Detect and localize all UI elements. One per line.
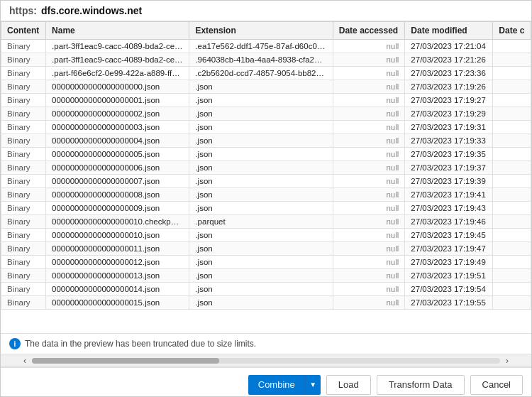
table-row: Binary00000000000000000003.json.jsonnull… [1,121,531,134]
col-header-extension: Extension [189,22,333,40]
table-header-row: Content Name Extension Date accessed Dat… [1,22,531,40]
table-cell: 00000000000000000006.json [46,161,189,175]
table-cell [493,283,531,296]
url-host: dfs.core.windows.net [41,5,142,16]
col-header-content: Content [1,22,46,40]
table-cell: Binary [1,175,46,188]
table-cell: .json [189,134,333,148]
horizontal-scrollbar[interactable]: ‹ › [1,354,531,367]
table-cell: null [333,202,405,215]
table-cell: null [333,80,405,94]
table-row: Binary00000000000000000011.json.jsonnull… [1,242,531,256]
table-cell: 00000000000000000014.json [46,283,189,296]
table-cell: 00000000000000000004.json [46,134,189,148]
scroll-left-arrow[interactable]: ‹ [18,355,32,366]
table-cell: null [333,296,405,310]
table-cell [493,94,531,107]
table-cell: 00000000000000000000.json [46,80,189,94]
table-cell [493,67,531,80]
table-cell: Binary [1,80,46,94]
table-cell: .json [189,242,333,256]
table-cell [493,107,531,121]
table-cell: Binary [1,202,46,215]
table-cell: Binary [1,229,46,242]
table-row: Binary00000000000000000007.json.jsonnull… [1,175,531,188]
load-button[interactable]: Load [326,375,371,395]
table-cell [493,242,531,256]
table-cell: 27/03/2023 17:19:26 [405,80,493,94]
table-cell [493,53,531,67]
table-cell: null [333,242,405,256]
table-cell: 00000000000000000001.json [46,94,189,107]
table-cell: .json [189,121,333,134]
table-cell [493,161,531,175]
table-cell [493,229,531,242]
table-cell [493,202,531,215]
table-cell: 27/03/2023 17:19:35 [405,148,493,161]
table-cell: Binary [1,283,46,296]
table-cell: 00000000000000000005.json [46,148,189,161]
table-row: Binary00000000000000000002.json.jsonnull… [1,107,531,121]
data-table: Content Name Extension Date accessed Dat… [1,21,531,310]
transform-data-button[interactable]: Transform Data [377,375,465,395]
table-cell: Binary [1,256,46,269]
table-row: Binary00000000000000000015.json.jsonnull… [1,296,531,310]
table-cell: Binary [1,53,46,67]
table-cell: 27/03/2023 17:19:49 [405,256,493,269]
table-cell: Binary [1,107,46,121]
table-cell: Binary [1,269,46,283]
combine-dropdown-arrow[interactable]: ▼ [305,375,321,395]
table-cell: .part-f66e6cf2-0e99-422a-a889-ffefaacaf5… [46,67,189,80]
scroll-thumb[interactable] [32,358,219,364]
table-cell: .parquet [189,215,333,229]
table-cell: .json [189,256,333,269]
table-cell: Binary [1,161,46,175]
footer: Combine ▼ Load Transform Data Cancel [1,367,531,397]
table-cell: 27/03/2023 17:19:55 [405,296,493,310]
table-row: Binary00000000000000000010.json.jsonnull… [1,229,531,242]
col-header-name: Name [46,22,189,40]
combine-button-group: Combine ▼ [248,375,321,395]
table-cell: 27/03/2023 17:23:36 [405,67,493,80]
table-cell: .json [189,148,333,161]
table-cell: Binary [1,296,46,310]
table-cell: .964038cb-41ba-4aa4-8938-cfa219305550b [189,53,333,67]
table-cell: 00000000000000000012.json [46,256,189,269]
table-cell: 27/03/2023 17:19:37 [405,161,493,175]
table-cell: 00000000000000000003.json [46,121,189,134]
table-cell: .json [189,107,333,121]
table-cell: .part-3ff1eac9-cacc-4089-bda2-ce77da9b36… [46,53,189,67]
url-protocol: https: [9,5,37,16]
table-cell [493,134,531,148]
table-cell: null [333,256,405,269]
table-cell: .ea17e562-ddf1-475e-87af-d60c0ebc64e4 [189,40,333,53]
table-cell: .json [189,94,333,107]
table-cell [493,296,531,310]
scroll-right-arrow[interactable]: › [500,355,514,366]
cancel-button[interactable]: Cancel [470,375,523,395]
table-cell [493,40,531,53]
table-cell: null [333,121,405,134]
table-cell: 27/03/2023 17:19:33 [405,134,493,148]
table-cell: null [333,94,405,107]
table-cell: null [333,148,405,161]
table-cell: null [333,188,405,202]
table-cell: 27/03/2023 17:19:27 [405,94,493,107]
table-cell [493,269,531,283]
table-row: Binary00000000000000000010.checkpoint.pa… [1,215,531,229]
table-cell: 00000000000000000010.json [46,229,189,242]
table-cell: 27/03/2023 17:19:46 [405,215,493,229]
table-cell: null [333,283,405,296]
scroll-track[interactable] [32,358,500,364]
col-header-date-accessed: Date accessed [333,22,405,40]
table-cell: Binary [1,121,46,134]
table-cell: null [333,175,405,188]
table-row: Binary00000000000000000000.json.jsonnull… [1,80,531,94]
table-cell: 27/03/2023 17:21:04 [405,40,493,53]
table-row: Binary00000000000000000009.json.jsonnull… [1,202,531,215]
table-row: Binary00000000000000000012.json.jsonnull… [1,256,531,269]
table-cell [493,188,531,202]
col-header-date-modified: Date modified [405,22,493,40]
combine-button[interactable]: Combine [248,375,305,395]
table-cell: null [333,215,405,229]
